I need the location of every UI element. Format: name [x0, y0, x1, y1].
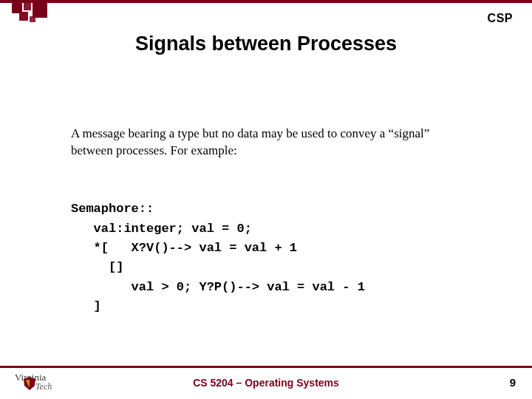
slide-title: Signals between Processes	[0, 33, 532, 55]
code-line: val:integer; val = 0;	[71, 222, 252, 236]
code-line: Semaphore::	[71, 202, 154, 216]
footer-course: CS 5204 – Operating Systems	[0, 377, 532, 389]
page-number: 9	[510, 376, 516, 389]
code-line: []	[71, 260, 123, 274]
code-line: *[ X?V()--> val = val + 1	[71, 241, 297, 255]
bottom-rule	[0, 366, 532, 368]
code-block: Semaphore:: val:integer; val = 0; *[ X?V…	[71, 180, 461, 336]
lead-paragraph: A message bearing a type but no data may…	[71, 126, 461, 160]
topic-label: CSP	[488, 12, 513, 25]
code-line: val > 0; Y?P()--> val = val - 1	[71, 280, 365, 294]
top-rule	[0, 0, 532, 3]
code-line: ]	[71, 299, 101, 313]
slide: CSP Signals between Processes A message …	[0, 0, 532, 399]
slide-body: A message bearing a type but no data may…	[71, 126, 461, 336]
corner-decoration	[12, 0, 52, 22]
